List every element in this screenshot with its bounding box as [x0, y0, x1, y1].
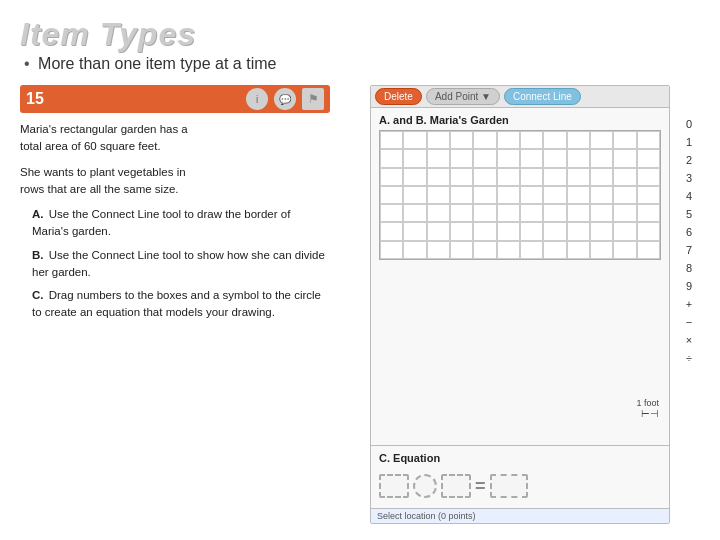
- grid-cell[interactable]: [427, 186, 450, 204]
- grid-cell[interactable]: [403, 222, 426, 240]
- info-icon[interactable]: i: [246, 88, 268, 110]
- number-item[interactable]: −: [686, 313, 692, 331]
- grid-cell[interactable]: [543, 186, 566, 204]
- grid-cell[interactable]: [403, 149, 426, 167]
- grid-cell[interactable]: [567, 131, 590, 149]
- grid-cell[interactable]: [450, 168, 473, 186]
- grid-cell[interactable]: [613, 241, 636, 259]
- grid-cell[interactable]: [520, 168, 543, 186]
- number-item[interactable]: 7: [686, 241, 692, 259]
- number-item[interactable]: 6: [686, 223, 692, 241]
- eq-box-2[interactable]: [441, 474, 471, 498]
- connect-line-button[interactable]: Connect Line: [504, 88, 581, 105]
- grid-cell[interactable]: [450, 241, 473, 259]
- grid-cell[interactable]: [567, 222, 590, 240]
- eq-circle[interactable]: [413, 474, 437, 498]
- grid-cell[interactable]: [427, 149, 450, 167]
- grid-cell[interactable]: [590, 131, 613, 149]
- number-item[interactable]: ÷: [686, 349, 692, 367]
- grid-cell[interactable]: [427, 168, 450, 186]
- grid-cell[interactable]: [613, 222, 636, 240]
- grid-cell[interactable]: [567, 168, 590, 186]
- grid-cell[interactable]: [637, 131, 660, 149]
- grid-cell[interactable]: [450, 131, 473, 149]
- grid-cell[interactable]: [473, 222, 496, 240]
- eq-box-3[interactable]: [490, 474, 528, 498]
- grid-cell[interactable]: [427, 222, 450, 240]
- add-point-button[interactable]: Add Point ▼: [426, 88, 500, 105]
- grid-cell[interactable]: [543, 168, 566, 186]
- number-item[interactable]: ×: [686, 331, 692, 349]
- grid-cell[interactable]: [473, 131, 496, 149]
- number-item[interactable]: 3: [686, 169, 692, 187]
- grid-cell[interactable]: [543, 204, 566, 222]
- grid-cell[interactable]: [637, 204, 660, 222]
- grid-cell[interactable]: [497, 149, 520, 167]
- grid-cell[interactable]: [473, 168, 496, 186]
- grid-cell[interactable]: [380, 222, 403, 240]
- grid-cell[interactable]: [543, 131, 566, 149]
- grid-cell[interactable]: [380, 149, 403, 167]
- grid-cell[interactable]: [520, 149, 543, 167]
- garden-grid[interactable]: [379, 130, 661, 260]
- grid-cell[interactable]: [380, 204, 403, 222]
- grid-cell[interactable]: [637, 222, 660, 240]
- grid-cell[interactable]: [590, 186, 613, 204]
- grid-cell[interactable]: [637, 241, 660, 259]
- grid-cell[interactable]: [613, 131, 636, 149]
- grid-cell[interactable]: [473, 241, 496, 259]
- grid-cell[interactable]: [543, 222, 566, 240]
- grid-cell[interactable]: [520, 186, 543, 204]
- grid-cell[interactable]: [613, 186, 636, 204]
- grid-cell[interactable]: [427, 131, 450, 149]
- grid-container[interactable]: 1 foot ⊢⊣: [379, 130, 661, 439]
- grid-cell[interactable]: [637, 149, 660, 167]
- grid-cell[interactable]: [590, 222, 613, 240]
- grid-cell[interactable]: [427, 204, 450, 222]
- grid-cell[interactable]: [497, 186, 520, 204]
- comment-icon[interactable]: 💬: [274, 88, 296, 110]
- grid-cell[interactable]: [590, 168, 613, 186]
- grid-cell[interactable]: [403, 186, 426, 204]
- grid-cell[interactable]: [520, 222, 543, 240]
- grid-cell[interactable]: [637, 186, 660, 204]
- grid-cell[interactable]: [567, 241, 590, 259]
- grid-cell[interactable]: [613, 204, 636, 222]
- grid-cell[interactable]: [403, 131, 426, 149]
- grid-cell[interactable]: [380, 168, 403, 186]
- grid-cell[interactable]: [520, 131, 543, 149]
- grid-cell[interactable]: [450, 186, 473, 204]
- grid-cell[interactable]: [403, 204, 426, 222]
- grid-cell[interactable]: [590, 204, 613, 222]
- grid-cell[interactable]: [497, 241, 520, 259]
- number-item[interactable]: 1: [686, 133, 692, 151]
- grid-cell[interactable]: [520, 204, 543, 222]
- grid-cell[interactable]: [543, 149, 566, 167]
- grid-cell[interactable]: [450, 149, 473, 167]
- grid-cell[interactable]: [590, 149, 613, 167]
- number-item[interactable]: 8: [686, 259, 692, 277]
- number-item[interactable]: +: [686, 295, 692, 313]
- grid-cell[interactable]: [427, 241, 450, 259]
- grid-cell[interactable]: [637, 168, 660, 186]
- grid-cell[interactable]: [403, 168, 426, 186]
- number-item[interactable]: 0: [686, 115, 692, 133]
- grid-cell[interactable]: [497, 131, 520, 149]
- number-item[interactable]: 5: [686, 205, 692, 223]
- grid-cell[interactable]: [497, 168, 520, 186]
- number-item[interactable]: 9: [686, 277, 692, 295]
- grid-cell[interactable]: [543, 241, 566, 259]
- grid-cell[interactable]: [590, 241, 613, 259]
- grid-cell[interactable]: [473, 204, 496, 222]
- flag-icon[interactable]: ⚑: [302, 88, 324, 110]
- grid-cell[interactable]: [567, 204, 590, 222]
- grid-cell[interactable]: [567, 149, 590, 167]
- grid-cell[interactable]: [473, 186, 496, 204]
- grid-cell[interactable]: [380, 186, 403, 204]
- grid-cell[interactable]: [450, 204, 473, 222]
- grid-cell[interactable]: [520, 241, 543, 259]
- grid-cell[interactable]: [450, 222, 473, 240]
- grid-cell[interactable]: [473, 149, 496, 167]
- grid-cell[interactable]: [403, 241, 426, 259]
- number-item[interactable]: 2: [686, 151, 692, 169]
